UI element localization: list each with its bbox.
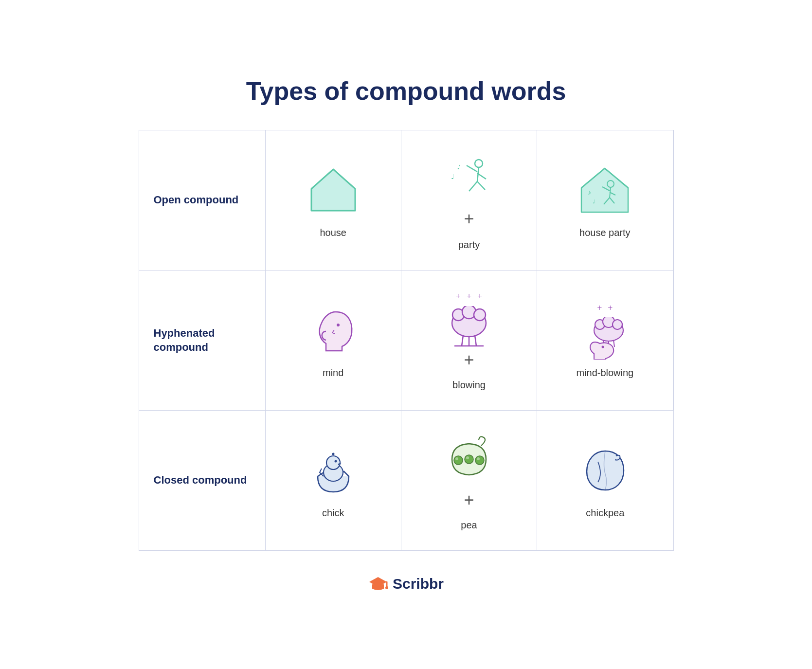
pea-label: pea bbox=[461, 520, 477, 531]
svg-point-42 bbox=[475, 456, 484, 465]
plus-closed: + bbox=[464, 490, 474, 510]
svg-point-18 bbox=[337, 324, 340, 326]
svg-line-26 bbox=[475, 335, 476, 346]
label-hyphenated-compound: Hyphenated compound bbox=[139, 271, 266, 411]
blowing-icon: +++ bbox=[445, 290, 493, 348]
cell-house: house bbox=[266, 130, 401, 271]
chickpea-label: chickpea bbox=[586, 507, 624, 519]
chick-label: chick bbox=[322, 507, 344, 519]
svg-point-1 bbox=[475, 160, 483, 167]
svg-text:♩: ♩ bbox=[451, 173, 454, 181]
cell-party: ♪ ♩ + party bbox=[401, 130, 537, 271]
page-container: Types of compound words Open compound ho… bbox=[139, 76, 674, 593]
svg-point-44 bbox=[466, 456, 469, 459]
svg-point-39 bbox=[332, 453, 334, 455]
svg-point-23 bbox=[474, 309, 486, 321]
svg-line-5 bbox=[469, 181, 477, 191]
svg-point-37 bbox=[326, 456, 340, 470]
svg-point-45 bbox=[477, 457, 480, 460]
svg-point-38 bbox=[334, 460, 337, 463]
house-icon bbox=[307, 162, 360, 220]
cell-house-party: ♪ ♩ house party bbox=[537, 130, 673, 271]
svg-point-41 bbox=[465, 455, 473, 464]
party-icon: ♪ ♩ bbox=[442, 150, 496, 208]
svg-text:♪: ♪ bbox=[588, 189, 591, 196]
cell-pea: + pea bbox=[401, 411, 537, 550]
svg-line-34 bbox=[614, 340, 614, 347]
plus-open: + bbox=[464, 210, 474, 228]
cell-chick: chick bbox=[266, 411, 401, 550]
svg-point-40 bbox=[454, 456, 463, 465]
closed-compound-label: Closed compound bbox=[154, 473, 247, 488]
mind-blowing-label: mind-blowing bbox=[576, 367, 633, 379]
mind-label: mind bbox=[323, 367, 343, 379]
page-title: Types of compound words bbox=[139, 76, 674, 106]
chick-icon bbox=[309, 442, 358, 501]
cell-mind: mind bbox=[266, 271, 401, 411]
plus-hyphenated: + bbox=[464, 350, 474, 370]
cell-blowing: +++ bbox=[401, 271, 537, 411]
cell-mind-blowing: ++ bbox=[537, 271, 673, 411]
label-open-compound: Open compound bbox=[139, 130, 266, 271]
svg-point-35 bbox=[602, 346, 604, 348]
mind-blowing-icon: ++ bbox=[576, 302, 634, 361]
hyphenated-compound-label: Hyphenated compound bbox=[154, 326, 251, 354]
cell-chickpea: chickpea bbox=[537, 411, 673, 550]
pea-icon bbox=[445, 430, 493, 488]
footer: Scribbr bbox=[139, 575, 674, 593]
house-party-label: house party bbox=[579, 227, 631, 238]
svg-line-6 bbox=[477, 181, 485, 190]
brand-name: Scribbr bbox=[393, 576, 444, 592]
svg-text:♩: ♩ bbox=[593, 199, 595, 204]
svg-point-43 bbox=[455, 457, 458, 460]
compound-words-grid: Open compound house bbox=[139, 130, 674, 551]
open-compound-label: Open compound bbox=[154, 193, 239, 207]
svg-text:♪: ♪ bbox=[457, 162, 461, 171]
svg-line-4 bbox=[477, 173, 486, 179]
svg-point-48 bbox=[385, 586, 388, 589]
svg-point-31 bbox=[613, 320, 622, 329]
blowing-label: blowing bbox=[452, 380, 486, 391]
label-closed-compound: Closed compound bbox=[139, 411, 266, 550]
mind-icon bbox=[309, 302, 358, 361]
svg-marker-0 bbox=[311, 169, 355, 211]
party-label: party bbox=[458, 239, 480, 251]
house-label: house bbox=[320, 227, 346, 238]
scribbr-logo: Scribbr bbox=[368, 575, 444, 593]
chickpea-icon bbox=[581, 442, 630, 501]
house-party-icon: ♪ ♩ bbox=[576, 162, 634, 220]
svg-line-24 bbox=[462, 335, 463, 346]
